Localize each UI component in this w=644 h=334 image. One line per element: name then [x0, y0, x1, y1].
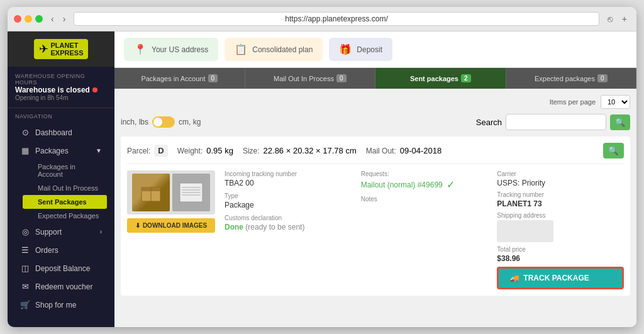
sidebar-item-label: Deposit Balance — [35, 264, 90, 273]
weight-label: Weight: — [177, 147, 203, 155]
warehouse-info: WAREHOUSE OPENING HOURS Warehouse is clo… — [8, 67, 114, 108]
out-tracking-label: Tracking number — [497, 191, 544, 198]
chevron-right-icon: › — [100, 228, 102, 235]
requests-group: Requests: Mailout (normal) #49699 ✓ Note… — [361, 170, 488, 289]
search-button[interactable]: 🔍 — [610, 114, 630, 130]
pkg-tab-badge: 2 — [461, 74, 471, 82]
sidebar-item-label: Shop for me — [35, 301, 76, 309]
size-label: Size: — [243, 147, 260, 155]
parcel-info: Parcel: D — [127, 145, 168, 157]
track-btn-label: TRACK PACKAGE — [523, 274, 589, 282]
logo-area: ✈ PLANET EXPRESS — [8, 31, 114, 67]
mail-out-value: 09-04-2018 — [400, 146, 442, 155]
pkg-tab-label: Expected packages — [535, 75, 595, 82]
sidebar-item-support[interactable]: ◎ Support › — [15, 223, 107, 241]
items-per-page-row: Items per page 10 25 50 — [121, 95, 630, 109]
shipping-address-box — [497, 220, 553, 242]
download-btn-label: DOWNLOAD IMAGES — [143, 222, 207, 229]
tracking-label: Incoming tracking number — [225, 170, 352, 177]
status-indicator — [92, 87, 97, 92]
gift-icon: 🎁 — [339, 43, 352, 55]
top-tabs: 📍 Your US address 📋 Consolidated plan 🎁 … — [114, 31, 636, 68]
package-search-button[interactable]: 🔍 — [603, 143, 624, 159]
search-input[interactable] — [506, 114, 606, 130]
sidebar-item-label: Orders — [35, 246, 58, 255]
parcel-id: D — [154, 145, 167, 157]
parcel-label: Parcel: — [127, 147, 150, 155]
redeem-icon: ✉ — [20, 282, 30, 291]
deposit-icon: ◫ — [20, 264, 30, 273]
carrier-block: Carrier USPS: Priority — [497, 170, 545, 187]
notes-label: Notes — [361, 196, 488, 203]
sidebar-item-dashboard[interactable]: ⊙ Dashboard — [15, 123, 107, 142]
mail-out-label: Mail Out: — [366, 147, 396, 155]
browser-actions: ⎋ + — [604, 13, 630, 25]
unit-toggle-button[interactable] — [152, 116, 175, 128]
back-button[interactable]: ‹ — [48, 13, 57, 25]
search-label: Search — [476, 118, 502, 127]
shipping-label: Shipping address — [497, 212, 553, 219]
package-body: ⬇ DOWNLOAD IMAGES Incoming tracking numb… — [127, 170, 624, 289]
track-package-button[interactable]: 🚚 TRACK PACKAGE — [497, 267, 624, 289]
type-value: Package — [225, 201, 352, 209]
warehouse-label: WAREHOUSE OPENING HOURS — [15, 73, 107, 86]
customs-label: Customs declaration — [225, 214, 352, 221]
pkg-tab-expected[interactable]: Expected packages 0 — [506, 68, 637, 89]
tab-us-address[interactable]: 📍 Your US address — [124, 38, 218, 61]
type-label: Type — [225, 192, 352, 199]
package-image-1 — [132, 174, 170, 211]
tab-label: Deposit — [357, 45, 382, 54]
sub-nav-mail-out[interactable]: Mail Out In Process — [23, 181, 107, 195]
packages-icon: ▦ — [20, 146, 30, 155]
share-button[interactable]: ⎋ — [604, 13, 616, 25]
address-bar[interactable]: https://app.planetexpress.com/ — [74, 12, 599, 26]
sidebar-item-label: Dashboard — [35, 128, 72, 137]
sub-nav-expected-packages[interactable]: Expected Packages — [23, 209, 107, 223]
forward-button[interactable]: › — [60, 13, 69, 25]
requests-label: Requests: — [361, 170, 488, 177]
download-images-button[interactable]: ⬇ DOWNLOAD IMAGES — [127, 218, 215, 233]
sidebar-item-shop[interactable]: 🛒 Shop for me — [15, 296, 107, 314]
out-tracking-value: PLANET1 73 — [497, 199, 544, 208]
sidebar-item-packages[interactable]: ▦ Packages ▼ — [15, 142, 107, 160]
truck-icon: 🚚 — [510, 274, 519, 282]
pkg-tab-label: Mail Out In Process — [274, 75, 334, 82]
pkg-tab-mail-out[interactable]: Mail Out In Process 0 — [245, 68, 376, 89]
tab-consolidated[interactable]: 📋 Consolidated plan — [225, 38, 323, 61]
close-dot[interactable] — [14, 15, 21, 23]
nav-section-label: NAVIGATION — [15, 113, 107, 120]
sidebar: ✈ PLANET EXPRESS WAREHOUSE OPENING HOURS… — [8, 31, 114, 327]
browser-window: ‹ › https://app.planetexpress.com/ ⎋ + ✈… — [8, 7, 636, 327]
sidebar-item-deposit[interactable]: ◫ Deposit Balance — [15, 259, 107, 277]
tab-label: Your US address — [152, 45, 208, 54]
weight-value: 0.95 kg — [206, 146, 233, 155]
package-image-2 — [172, 174, 210, 211]
maximize-dot[interactable] — [35, 15, 43, 23]
sub-nav-sent-packages[interactable]: Sent Packages — [23, 195, 107, 209]
tracking-value: TBA2 00 — [225, 179, 352, 187]
browser-chrome: ‹ › https://app.planetexpress.com/ ⎋ + — [8, 7, 636, 31]
chevron-down-icon: ▼ — [96, 147, 102, 154]
shipping-addr-block: Shipping address — [497, 212, 553, 242]
pkg-tab-badge: 0 — [208, 74, 218, 82]
total-price-label: Total price — [497, 246, 526, 253]
total-price-block: Total price $38.96 — [497, 246, 526, 263]
sub-nav-packages-in-account[interactable]: Packages in Account — [23, 160, 107, 181]
requests-row: Mailout (normal) #49699 ✓ — [361, 179, 488, 191]
sidebar-item-redeem[interactable]: ✉ Redeem voucher — [15, 277, 107, 296]
nav-section: NAVIGATION ⊙ Dashboard ▦ Packages ▼ Pack… — [8, 108, 114, 319]
sidebar-item-orders[interactable]: ☰ Orders — [15, 241, 107, 259]
dashboard-icon: ⊙ — [20, 128, 30, 137]
items-per-page-select[interactable]: 10 25 50 — [601, 95, 630, 109]
support-icon: ◎ — [20, 227, 30, 237]
app-container: ✈ PLANET EXPRESS WAREHOUSE OPENING HOURS… — [8, 31, 636, 327]
minimize-dot[interactable] — [25, 15, 32, 23]
total-price-value: $38.96 — [497, 254, 526, 263]
pkg-tab-sent[interactable]: Sent packages 2 — [375, 68, 506, 89]
tab-deposit[interactable]: 🎁 Deposit — [329, 38, 392, 61]
pkg-tab-in-account[interactable]: Packages in Account 0 — [114, 68, 245, 89]
logo-icon: ✈ — [39, 42, 48, 56]
tracking-group: Incoming tracking number TBA2 00 Type Pa… — [225, 170, 352, 289]
carrier-label: Carrier — [497, 170, 545, 177]
new-tab-button[interactable]: + — [619, 13, 630, 25]
